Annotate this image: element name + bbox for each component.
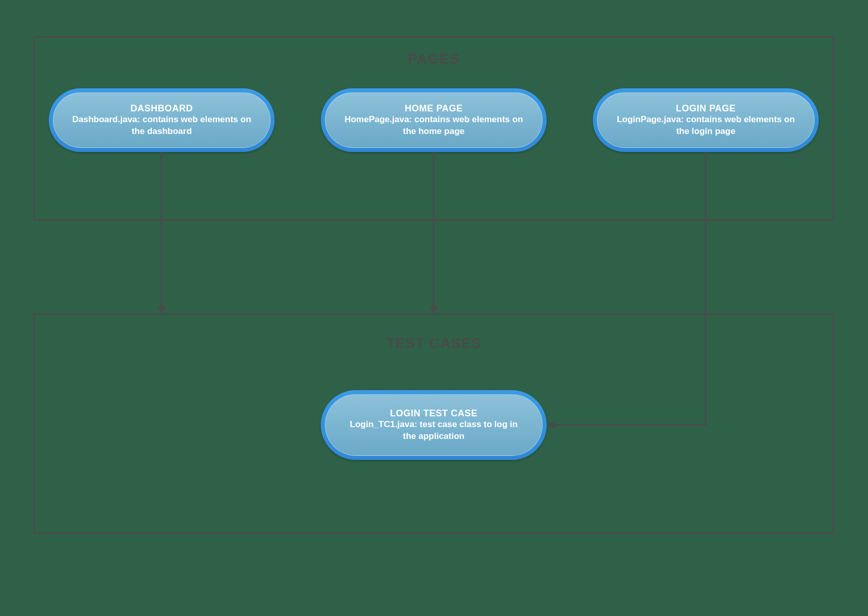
arrow-loginpage-head <box>548 421 555 429</box>
loginpage-title: LOGIN PAGE <box>676 103 736 114</box>
logintest-node: LOGIN TEST CASE Login_TC1.java: test cas… <box>321 390 547 460</box>
arrow-dashboard-head <box>158 306 166 313</box>
homepage-title: HOME PAGE <box>404 103 462 114</box>
arrow-homepage-head <box>430 306 438 313</box>
dashboard-node: DASHBOARD Dashboard.java: contains web e… <box>49 88 275 152</box>
logintest-title: LOGIN TEST CASE <box>390 408 478 419</box>
arrow-homepage <box>433 152 434 307</box>
arrow-loginpage-v <box>705 152 706 425</box>
loginpage-desc: LoginPage.java: contains web elements on… <box>615 114 797 137</box>
dashboard-desc: Dashboard.java: contains web elements on… <box>71 114 253 137</box>
dashboard-title: DASHBOARD <box>130 103 193 114</box>
homepage-node: HOME PAGE HomePage.java: contains web el… <box>321 88 547 152</box>
loginpage-node: LOGIN PAGE LoginPage.java: contains web … <box>593 88 819 152</box>
arrow-loginpage-h <box>554 424 706 426</box>
pages-group-title: PAGES <box>35 51 833 67</box>
diagram: PAGES DASHBOARD Dashboard.java: contains… <box>95 21 773 518</box>
logintest-desc: Login_TC1.java: test case class to log i… <box>343 419 525 441</box>
testcases-group-title: TEST CASES <box>35 335 833 352</box>
homepage-desc: HomePage.java: contains web elements on … <box>343 114 525 137</box>
arrow-dashboard <box>161 152 162 307</box>
